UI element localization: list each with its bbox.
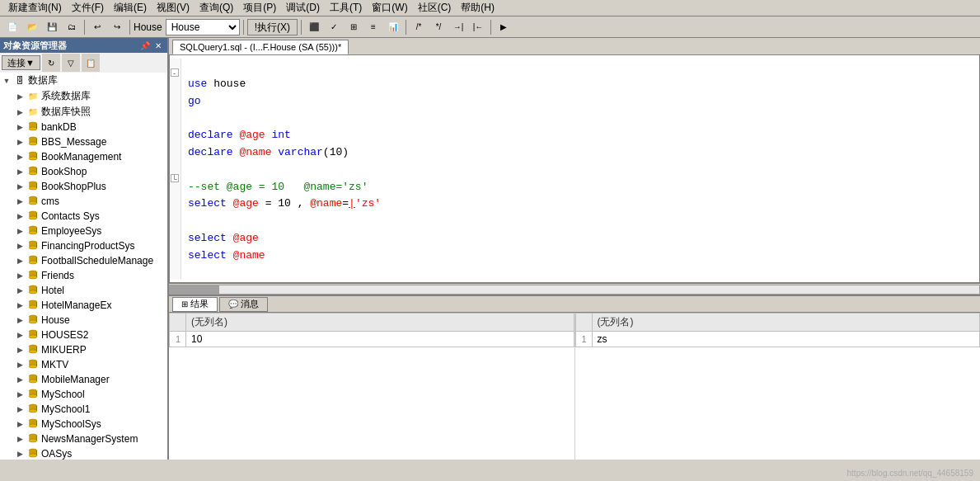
menu-debug[interactable]: 调试(D) <box>281 0 325 16</box>
svg-point-17 <box>29 172 37 175</box>
panel-close-icon[interactable]: ✕ <box>152 40 164 51</box>
tree-db-item[interactable]: ▶MySchool1 <box>0 402 167 417</box>
tree-db-item[interactable]: ▶BookShopPlus <box>0 179 167 194</box>
tree-db-item[interactable]: ▶OASys <box>0 446 167 460</box>
code-editor[interactable]: use house go declare @age int declare @n… <box>181 59 979 279</box>
menu-tools[interactable]: 工具(T) <box>325 0 367 16</box>
results-split: (无列名) 1 10 <box>169 313 980 460</box>
hscroll-bar[interactable] <box>169 283 980 295</box>
unindent-btn[interactable]: |← <box>469 18 487 36</box>
fold-marker-select[interactable]: └ <box>171 174 179 182</box>
results-tab-messages[interactable]: 💬 消息 <box>219 297 268 312</box>
tree-db-item[interactable]: ▶House <box>0 313 167 328</box>
results-grid-btn[interactable]: ⊞ <box>345 18 363 36</box>
db-icon <box>26 358 40 371</box>
execute-btn[interactable]: !执行(X) <box>247 19 298 35</box>
menu-window[interactable]: 窗口(W) <box>367 0 412 16</box>
results-tab-results[interactable]: ⊞ 结果 <box>172 297 218 312</box>
parse-btn[interactable]: ✓ <box>325 18 343 36</box>
tree-db-item[interactable]: ▶NewsManagerSystem <box>0 431 167 446</box>
menu-project[interactable]: 项目(P) <box>238 0 281 16</box>
svg-point-97 <box>29 409 37 413</box>
tree-db-item[interactable]: ▶MIKUERP <box>0 342 167 357</box>
expand-icon: ▶ <box>13 120 26 134</box>
menu-query[interactable]: 查询(Q) <box>195 0 238 16</box>
debug-btn[interactable]: ▶ <box>495 18 513 36</box>
tree-db-item[interactable]: ▶MKTV <box>0 357 167 372</box>
svg-rect-43 <box>29 243 30 248</box>
save-all-btn[interactable]: 🗂 <box>63 18 81 36</box>
menu-edit[interactable]: 编辑(E) <box>109 0 152 16</box>
editor-area[interactable]: - └ use house go declare @age int declar… <box>169 54 980 283</box>
menu-help[interactable]: 帮助(H) <box>456 0 499 16</box>
tree-db-item[interactable]: ▶FootballScheduleManage <box>0 253 167 268</box>
messages-tab-label: 消息 <box>241 298 259 310</box>
summary-btn[interactable]: 📋 <box>82 54 100 72</box>
stop-btn[interactable]: ⬛ <box>305 18 323 36</box>
svg-rect-108 <box>29 436 30 441</box>
results-text-btn[interactable]: ≡ <box>364 18 382 36</box>
menu-new-query[interactable]: 新建查询(N) <box>3 0 67 16</box>
results-file-btn[interactable]: 📊 <box>384 18 402 36</box>
new-query-btn[interactable]: 📄 <box>3 18 21 36</box>
table1-header: (无列名) <box>186 314 574 332</box>
tree-db-item[interactable]: ▶bankDB <box>0 120 167 134</box>
menu-view[interactable]: 视图(V) <box>152 0 195 16</box>
menu-community[interactable]: 社区(C) <box>413 0 457 16</box>
svg-rect-49 <box>36 257 37 262</box>
db-icon <box>26 224 40 238</box>
svg-point-7 <box>29 142 37 145</box>
refresh-btn[interactable]: ↻ <box>42 54 60 72</box>
connect-btn[interactable]: 连接▼ <box>2 55 40 70</box>
svg-point-107 <box>29 439 37 442</box>
expand-icon: ▶ <box>13 299 26 312</box>
tree-db-snapshots[interactable]: ▶ 📁 数据库快照 <box>0 104 167 120</box>
tree-db-item[interactable]: ▶HOUSES2 <box>0 328 167 342</box>
indent-btn[interactable]: →| <box>449 18 467 36</box>
table-row: 1 zs <box>575 332 980 347</box>
panel-pin-icon[interactable]: 📌 <box>139 40 151 51</box>
svg-point-57 <box>29 290 37 294</box>
open-btn[interactable]: 📂 <box>23 18 41 36</box>
tree-db-item[interactable]: ▶BBS_Message <box>0 134 167 149</box>
filter-btn[interactable]: ▽ <box>62 54 80 72</box>
tree-view: ▼ 🗄 数据库 ▶ 📁 系统数据库 ▶ 📁 数据库快照 ▶bankDB▶BBS_… <box>0 73 167 460</box>
db-folder-icon: 🗄 <box>13 74 26 87</box>
fold-marker-declare[interactable]: - <box>171 68 179 77</box>
tree-db-item[interactable]: ▶cms <box>0 194 167 209</box>
svg-rect-44 <box>36 243 37 248</box>
db-icon <box>26 210 40 223</box>
tree-db-item[interactable]: ▶Contacts Sys <box>0 209 167 224</box>
expand-icon: ▶ <box>13 165 26 178</box>
db-icon <box>26 432 40 446</box>
tree-db-item[interactable]: ▶MySchool <box>0 387 167 402</box>
comment-btn[interactable]: /* <box>410 18 428 36</box>
svg-rect-113 <box>29 450 30 455</box>
tree-db-item[interactable]: ▶Hotel <box>0 283 167 298</box>
db-icon <box>26 343 40 356</box>
svg-rect-9 <box>36 139 37 144</box>
db-dropdown[interactable]: House <box>166 19 240 35</box>
tree-db-item[interactable]: ▶MySchoolSys <box>0 417 167 431</box>
svg-rect-58 <box>29 287 30 292</box>
menu-file[interactable]: 文件(F) <box>67 0 109 16</box>
tree-db-item[interactable]: ▶FinancingProductSys <box>0 238 167 253</box>
tree-db-item[interactable]: ▶MobileManager <box>0 372 167 387</box>
editor-tab[interactable]: SQLQuery1.sql - (I...F.House (SA (55)))* <box>172 40 349 54</box>
expand-icon: ▶ <box>13 254 26 267</box>
tree-databases-root[interactable]: ▼ 🗄 数据库 <box>0 73 167 88</box>
tree-db-label: FootballScheduleManage <box>40 255 153 266</box>
expand-icon: ▶ <box>13 343 26 356</box>
tree-db-item[interactable]: ▶BookManagement <box>0 149 167 164</box>
undo-btn[interactable]: ↩ <box>88 18 106 36</box>
tree-db-item[interactable]: ▶Friends <box>0 268 167 283</box>
editor-tab-bar: SQLQuery1.sql - (I...F.House (SA (55)))* <box>169 38 980 54</box>
tree-db-item[interactable]: ▶BookShop <box>0 164 167 179</box>
tree-system-dbs[interactable]: ▶ 📁 系统数据库 <box>0 88 167 104</box>
tree-db-item[interactable]: ▶EmployeeSys <box>0 224 167 238</box>
save-btn[interactable]: 💾 <box>43 18 61 36</box>
hscroll-track[interactable] <box>169 285 980 295</box>
uncomment-btn[interactable]: */ <box>429 18 448 36</box>
tree-db-item[interactable]: ▶HotelManageEx <box>0 298 167 313</box>
redo-btn[interactable]: ↪ <box>108 18 126 36</box>
